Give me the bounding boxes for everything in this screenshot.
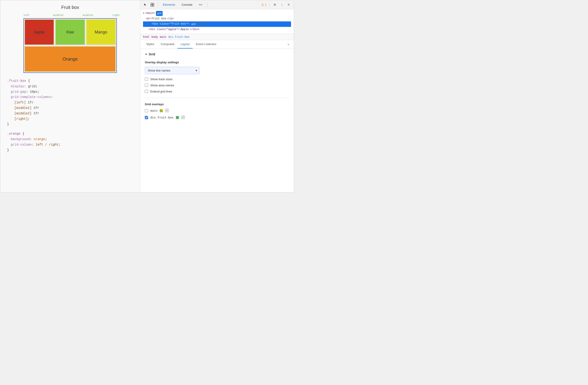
svg-rect-6	[165, 111, 167, 112]
overlay-fruit-box-color-swatch[interactable]	[176, 116, 179, 119]
cell-kiwi: Kiwi	[56, 20, 84, 45]
dom-line-main[interactable]: ▼ <main> grid	[143, 11, 291, 16]
dom-line-fruit-box[interactable]: ··· ▼ <div class="fruit-box"> grid == $0	[143, 21, 291, 27]
cursor-icon[interactable]	[143, 2, 148, 7]
toolbar-separator-1	[158, 2, 158, 7]
breadcrumb-main[interactable]: main	[160, 35, 167, 39]
overlay-settings-title: Overlay display settings	[145, 61, 289, 64]
label-middle1: middle1	[53, 14, 63, 17]
cell-orange: Orange	[25, 46, 115, 71]
svg-rect-11	[183, 118, 185, 119]
label-middle2: middle2	[83, 14, 93, 17]
tab-styles[interactable]: Styles	[143, 40, 157, 48]
breadcrumb-current[interactable]: div.fruit-box	[168, 35, 190, 39]
overlay-settings: Overlay display settings Show line names…	[145, 61, 289, 93]
toolbar-separator-3	[269, 2, 270, 7]
svg-rect-7	[167, 111, 168, 112]
svg-rect-3	[153, 5, 154, 6]
cell-apple: Apple	[25, 20, 54, 45]
overlay-fruit-box-grid-icon[interactable]	[181, 115, 185, 120]
dom-tree: ▼ <main> grid <p>Fruit box</p> ··· ▼ <di…	[140, 9, 294, 34]
checkbox-show-track-sizes: Show track sizes	[145, 77, 289, 81]
close-icon[interactable]: ✕	[286, 2, 291, 7]
svg-rect-1	[153, 3, 154, 4]
tab-computed[interactable]: Computed	[157, 40, 177, 48]
checkbox-show-area-names: Show area names	[145, 84, 289, 87]
breadcrumb-body[interactable]: body	[151, 35, 158, 39]
css-selector-fruit-box: .fruit-box	[7, 79, 26, 83]
checkbox-extend-grid-label: Extend grid lines	[150, 90, 172, 93]
grid-line-labels: left middle1 middle2 right	[23, 14, 117, 18]
svg-rect-10	[182, 118, 183, 119]
grid-badge-main: grid	[156, 11, 162, 16]
breadcrumb: html body main div.fruit-box	[140, 34, 294, 40]
overlay-row-fruit-box: div.fruit-box	[145, 115, 289, 120]
grid-section-header: ▼ Grid	[145, 52, 289, 56]
panel-tabs: Styles Computed Layout Event Listeners »	[140, 40, 294, 49]
checkbox-track-sizes-label: Show track sizes	[150, 77, 173, 81]
tab-elements[interactable]: Elements	[161, 2, 177, 7]
svg-rect-4	[165, 109, 167, 110]
dom-line-p[interactable]: <p>Fruit box</p>	[143, 16, 291, 22]
grid-visual-wrapper: left middle1 middle2 right Apple Kiwi Ma…	[23, 14, 117, 73]
checkbox-area-names-label: Show area names	[150, 84, 174, 87]
grid-section-title: Grid	[149, 52, 155, 56]
fruit-grid: Apple Kiwi Mango Orange	[23, 18, 117, 73]
line-names-dropdown[interactable]: Show line names Show line numbers Hide l…	[145, 67, 199, 74]
breadcrumb-html[interactable]: html	[143, 35, 150, 39]
tab-more-icon[interactable]: »	[286, 41, 291, 48]
svg-rect-2	[151, 5, 152, 6]
toolbar-separator-2	[207, 2, 208, 7]
warning-badge[interactable]: ⚠ 1	[261, 2, 267, 7]
css-selector-orange: .orange	[7, 132, 21, 136]
tab-layout[interactable]: Layout	[177, 40, 193, 48]
tab-console[interactable]: Console	[179, 2, 195, 7]
svg-rect-9	[183, 116, 185, 117]
checkbox-extend-grid-lines: Extend grid lines	[145, 90, 289, 93]
tab-more[interactable]: >>	[196, 2, 205, 7]
svg-rect-0	[151, 3, 152, 4]
label-left: left	[23, 14, 30, 17]
checkbox-area-names-input[interactable]	[145, 84, 148, 87]
grid-overlays-title: Grid overlays	[145, 103, 289, 106]
grid-section-toggle[interactable]: ▼	[145, 53, 147, 56]
svg-rect-5	[167, 109, 168, 110]
overlay-main-grid-icon[interactable]	[165, 109, 169, 113]
right-panel: Elements Console >> ⚠ 1 ⚙ ⋮ ✕ ▼ <main> g…	[140, 0, 294, 192]
page-title: Fruit box	[7, 5, 133, 10]
tab-event-listeners[interactable]: Event Listeners	[193, 40, 220, 48]
code-block-orange: .orange { background: orange; grid-colum…	[7, 131, 133, 153]
devtools-toolbar: Elements Console >> ⚠ 1 ⚙ ⋮ ✕	[140, 0, 294, 9]
overlay-main-checkbox[interactable]	[145, 109, 148, 112]
code-block-fruit-box: .fruit-box { display: grid; grid-gap: 10…	[7, 78, 133, 127]
svg-rect-8	[182, 116, 183, 117]
dom-line-apple[interactable]: <div class="apple">Apple</div>	[143, 27, 291, 32]
overlay-row-main: main	[145, 109, 289, 113]
label-right: right	[112, 14, 120, 17]
checkbox-track-sizes-input[interactable]	[145, 77, 148, 81]
section-divider	[145, 98, 289, 98]
more-options-icon[interactable]: ⋮	[279, 2, 284, 7]
overlay-fruit-box-label: div.fruit-box	[150, 116, 173, 119]
checkbox-extend-grid-input[interactable]	[145, 90, 148, 93]
grid-overlays-section: Grid overlays main div.fruit-box	[145, 103, 289, 120]
dropdown-container: Show line names Show line numbers Hide l…	[145, 67, 199, 74]
left-panel: Fruit box left middle1 middle2 right App…	[0, 0, 140, 192]
cell-mango: Mango	[86, 20, 115, 45]
overlay-fruit-box-checkbox[interactable]	[145, 116, 148, 119]
overlay-main-label: main	[150, 109, 157, 112]
settings-icon[interactable]: ⚙	[272, 2, 277, 7]
panel-content: ▼ Grid Overlay display settings Show lin…	[140, 49, 294, 192]
overlay-main-color-swatch[interactable]	[160, 109, 163, 112]
inspect-icon[interactable]	[150, 2, 155, 7]
